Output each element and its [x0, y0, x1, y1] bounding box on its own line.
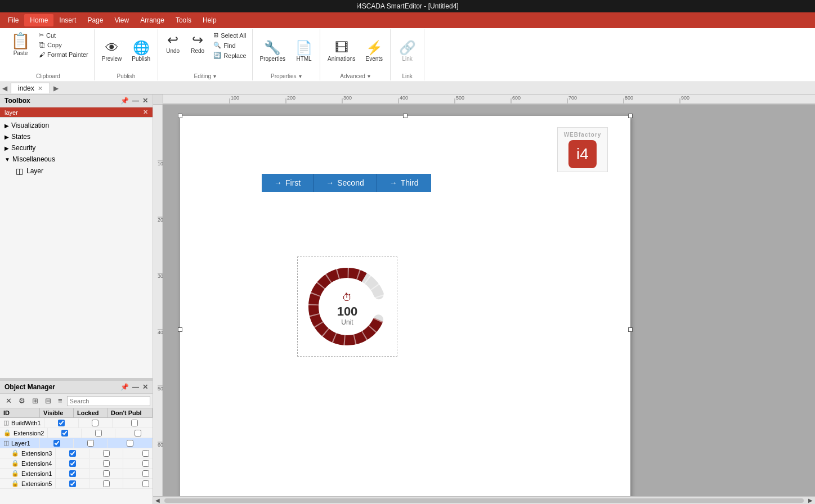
om-layers-btn[interactable]: ≡	[56, 395, 65, 406]
menu-arrange[interactable]: Arrange	[135, 14, 170, 26]
om-cell-visible[interactable]	[40, 439, 74, 448]
om-cell-locked[interactable]	[89, 459, 123, 468]
visible-checkbox[interactable]	[61, 430, 68, 436]
find-button[interactable]: 🔍 Find	[211, 40, 248, 50]
om-row[interactable]: 🔒 Extension4	[0, 458, 153, 469]
copy-button[interactable]: ⿻ Copy	[37, 40, 91, 50]
scroll-right-icon[interactable]: ▶	[53, 84, 59, 92]
om-row[interactable]: 🔒 Extension2	[0, 428, 153, 438]
undo-button[interactable]: ↩ Undo	[162, 30, 184, 57]
dontpub-checkbox[interactable]	[142, 480, 149, 487]
paste-button[interactable]: 📋 Paste	[6, 30, 35, 59]
preview-button[interactable]: 👁 Preview	[98, 38, 126, 65]
om-ungroup-btn[interactable]: ⊟	[43, 395, 53, 406]
dontpub-checkbox[interactable]	[127, 440, 133, 447]
om-close-icon[interactable]: ✕	[142, 383, 148, 391]
om-row[interactable]: 🔒 Extension3	[0, 448, 153, 458]
select-all-button[interactable]: ⊞ Select All	[211, 30, 248, 40]
om-cell-dontpub[interactable]	[123, 469, 153, 478]
om-row[interactable]: 🔒 Extension1	[0, 469, 153, 479]
om-cell-visible[interactable]	[56, 449, 89, 458]
om-cell-dontpub[interactable]	[123, 449, 153, 458]
om-cell-visible[interactable]	[56, 459, 89, 468]
locked-checkbox[interactable]	[87, 440, 94, 447]
toolbox-item-layer[interactable]: ◫ Layer	[0, 165, 153, 177]
tree-category-security[interactable]: ▶ Security	[0, 142, 153, 154]
dontpub-checkbox[interactable]	[131, 420, 138, 426]
sel-handle-tm[interactable]	[403, 114, 408, 118]
nav-third-button[interactable]: → Third	[377, 174, 431, 192]
om-cell-locked[interactable]	[79, 418, 113, 428]
om-cell-locked[interactable]	[74, 439, 108, 448]
om-cell-dontpub[interactable]	[123, 479, 153, 488]
advanced-expand-icon[interactable]: ▾	[368, 73, 370, 79]
om-cell-dontpub[interactable]	[123, 459, 153, 468]
om-row[interactable]: ◫ Layer1	[0, 438, 153, 448]
om-cell-locked[interactable]	[89, 479, 123, 488]
sel-handle-ml[interactable]	[178, 327, 182, 332]
om-minimize-icon[interactable]: —	[132, 383, 139, 391]
locked-checkbox[interactable]	[95, 430, 102, 436]
om-cell-visible[interactable]	[45, 418, 79, 428]
locked-checkbox[interactable]	[103, 450, 110, 457]
menu-tools[interactable]: Tools	[170, 14, 197, 26]
om-cell-dontpub[interactable]	[113, 418, 153, 428]
menu-page[interactable]: Page	[82, 14, 109, 26]
dontpub-checkbox[interactable]	[142, 450, 149, 457]
toolbox-minimize-icon[interactable]: —	[132, 97, 139, 105]
sel-handle-tl[interactable]	[178, 114, 182, 118]
om-row[interactable]: 🔒 Extension5	[0, 479, 153, 489]
dontpub-checkbox[interactable]	[142, 470, 149, 477]
replace-button[interactable]: 🔄 Replace	[211, 51, 248, 60]
nav-first-button[interactable]: → First	[262, 174, 313, 192]
canvas-viewport[interactable]: → First → Second → Third	[163, 105, 815, 496]
visible-checkbox[interactable]	[58, 420, 65, 426]
scroll-right-btn[interactable]: ▶	[806, 497, 815, 503]
tree-category-visualization[interactable]: ▶ Visualization	[0, 120, 153, 131]
om-cell-locked[interactable]	[89, 469, 123, 478]
format-painter-button[interactable]: 🖌 Format Painter	[37, 50, 91, 59]
redo-button[interactable]: ↪ Redo	[186, 30, 209, 57]
nav-second-button[interactable]: → Second	[313, 174, 376, 192]
properties-button[interactable]: 🔧 Properties	[256, 38, 290, 65]
properties-expand-icon[interactable]: ▾	[299, 73, 302, 79]
locked-checkbox[interactable]	[103, 480, 110, 487]
link-button[interactable]: 🔗 Link	[395, 38, 420, 65]
visible-checkbox[interactable]	[69, 480, 76, 487]
scroll-left-btn[interactable]: ◀	[153, 497, 162, 503]
tab-close-icon[interactable]: ✕	[38, 85, 43, 92]
menu-home[interactable]: Home	[24, 14, 53, 26]
cut-button[interactable]: ✂ Cut	[37, 30, 91, 40]
locked-checkbox[interactable]	[92, 420, 98, 426]
om-cell-visible[interactable]	[48, 429, 82, 438]
om-cell-dontpub[interactable]	[115, 429, 153, 438]
tree-category-miscellaneous[interactable]: ▼ Miscellaneous	[0, 154, 153, 165]
om-pin-icon[interactable]: 📌	[120, 383, 129, 391]
events-button[interactable]: ⚡ Events	[362, 38, 387, 65]
om-cell-visible[interactable]	[56, 469, 89, 478]
om-delete-btn[interactable]: ✕	[3, 395, 14, 406]
om-cell-locked[interactable]	[89, 449, 123, 458]
h-scrollbar-thumb[interactable]	[164, 498, 804, 503]
menu-insert[interactable]: Insert	[53, 14, 82, 26]
visible-checkbox[interactable]	[53, 440, 60, 447]
h-scrollbar[interactable]: ◀ ▶	[153, 496, 815, 504]
editing-expand-icon[interactable]: ▾	[213, 73, 216, 79]
html-button[interactable]: 📄 HTML	[292, 38, 316, 65]
om-row[interactable]: ◫ BuildWith1	[0, 418, 153, 428]
toolbox-pin-icon[interactable]: 📌	[120, 97, 129, 105]
menu-view[interactable]: View	[109, 14, 135, 26]
scroll-left-icon[interactable]: ◀	[2, 84, 7, 92]
filter-close-icon[interactable]: ✕	[143, 109, 148, 116]
locked-checkbox[interactable]	[103, 460, 110, 467]
canvas-tab-index[interactable]: index ✕	[11, 83, 50, 93]
om-cell-dontpub[interactable]	[108, 439, 153, 448]
tree-category-states[interactable]: ▶ States	[0, 131, 153, 142]
animations-button[interactable]: 🎞 Animations	[324, 38, 359, 65]
toolbox-close-icon[interactable]: ✕	[142, 97, 148, 105]
visible-checkbox[interactable]	[69, 460, 76, 467]
sel-handle-tr[interactable]	[628, 114, 633, 118]
menu-help[interactable]: Help	[197, 14, 222, 26]
dontpub-checkbox[interactable]	[135, 430, 141, 436]
om-group-btn[interactable]: ⊞	[30, 395, 41, 406]
